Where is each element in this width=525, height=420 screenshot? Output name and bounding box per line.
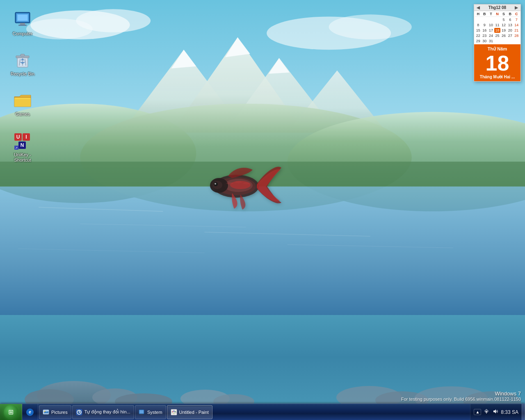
- taskbar-btn-paint[interactable]: Untitled - Paint: [167, 405, 212, 419]
- calendar-header: ◀ Thg12 08 ▶: [474, 5, 520, 11]
- date-display: Thứ Năm 18 Tháng Mười Hai ...: [474, 44, 520, 81]
- quick-launch: e: [22, 404, 38, 420]
- month-name: Tháng Mười Hai ...: [475, 75, 520, 79]
- svg-text:↗: ↗: [15, 146, 18, 149]
- recycle-bin-icon[interactable]: Recycle Bin: [6, 48, 39, 78]
- computer-label: Computer: [13, 31, 32, 37]
- time-value: 8:33: [501, 409, 510, 415]
- calendar-widget: ◀ Thg12 08 ▶ H B T N S B C 567 891011121…: [474, 4, 521, 82]
- cal-month-year: Thg12 08: [488, 5, 506, 10]
- taskbar-buttons: Pictures Tự động thay đổi hìn...: [38, 404, 470, 420]
- day-b2: B: [507, 12, 514, 16]
- tray-time: 8:33 SA: [501, 409, 518, 415]
- day-c: C: [513, 12, 520, 16]
- unikey-label: UniKey - Shortcut: [8, 152, 37, 163]
- system-tray: ▲: [470, 404, 522, 420]
- svg-rect-46: [18, 25, 27, 26]
- svg-text:I: I: [25, 134, 27, 140]
- cal-prev-btn[interactable]: ◀: [476, 5, 481, 10]
- network-tray-icon[interactable]: [483, 408, 490, 416]
- pictures-btn-label: Pictures: [51, 410, 68, 415]
- ie-icon: e: [26, 409, 34, 416]
- computer-icon-img: [13, 10, 32, 30]
- day-t: T: [488, 12, 494, 16]
- svg-rect-68: [139, 410, 144, 413]
- desktop: Computer: [0, 0, 525, 420]
- windows-version: Windows 7: [401, 390, 521, 397]
- games-icon[interactable]: Games: [6, 89, 39, 119]
- cal-dates: 567 891011121314 15161718192021 22232425…: [475, 17, 520, 43]
- computer-icon[interactable]: Computer: [6, 8, 39, 38]
- tray-clock[interactable]: 8:33 SA: [501, 409, 518, 415]
- unikey-icon-img: U I N ↗: [13, 131, 32, 151]
- cal-next-btn[interactable]: ▶: [514, 5, 519, 10]
- auto-taskbar-icon: [76, 409, 82, 415]
- start-button[interactable]: [0, 404, 22, 420]
- tray-icons: [483, 408, 499, 416]
- paint-btn-label: Untitled - Paint: [179, 410, 209, 415]
- games-icon-img: [13, 90, 32, 110]
- desktop-icons: Computer: [6, 8, 39, 164]
- day-n: N: [494, 12, 501, 16]
- svg-rect-44: [18, 15, 27, 21]
- system-btn-label: System: [147, 410, 162, 415]
- svg-point-75: [174, 411, 175, 412]
- day-number: 18: [475, 52, 520, 74]
- recycle-bin-label: Recycle Bin: [11, 71, 34, 77]
- games-label: Games: [15, 112, 30, 117]
- svg-point-74: [173, 411, 174, 411]
- taskbar-btn-auto[interactable]: Tự động thay đổi hìn...: [72, 405, 134, 419]
- svg-rect-70: [140, 415, 143, 415]
- svg-point-77: [173, 412, 174, 413]
- svg-point-40: [215, 183, 216, 185]
- tray-expand-btn[interactable]: ▲: [474, 409, 481, 415]
- svg-text:U: U: [16, 134, 20, 140]
- windows-build: For testing purposes only. Build 6956.wi…: [401, 397, 521, 402]
- system-taskbar-icon: [139, 409, 145, 415]
- volume-tray-icon[interactable]: [492, 408, 499, 416]
- betta-fish: [199, 160, 281, 213]
- taskbar-btn-pictures[interactable]: Pictures: [39, 405, 71, 419]
- start-orb: [4, 405, 18, 420]
- day-h: H: [475, 12, 482, 16]
- svg-point-5: [329, 14, 412, 39]
- svg-rect-53: [21, 54, 25, 56]
- svg-point-73: [172, 411, 173, 412]
- ie-quick-btn[interactable]: e: [24, 406, 36, 418]
- paint-taskbar-icon: [171, 409, 177, 415]
- unikey-icon[interactable]: U I N ↗ UniKey - Shortcut: [6, 129, 39, 164]
- taskbar-btn-system[interactable]: System: [135, 405, 166, 419]
- svg-text:N: N: [21, 142, 24, 148]
- svg-rect-45: [20, 23, 25, 25]
- ampm-value: SA: [512, 409, 518, 415]
- today-date[interactable]: 18: [494, 28, 501, 33]
- auto-btn-label: Tự động thay đổi hìn...: [84, 409, 130, 415]
- day-b: B: [482, 12, 488, 16]
- calendar-grid: H B T N S B C 567 891011121314 151617181…: [474, 11, 520, 44]
- day-s1: S: [500, 12, 507, 16]
- windows-watermark: Windows 7 For testing purposes only. Bui…: [401, 390, 521, 402]
- taskbar: e Pictures: [0, 404, 525, 420]
- svg-rect-69: [140, 414, 143, 415]
- show-desktop-button[interactable]: [522, 404, 525, 420]
- pictures-taskbar-icon: [43, 409, 49, 415]
- recycle-bin-icon-img: [13, 50, 32, 70]
- cal-days-header: H B T N S B C: [475, 12, 520, 17]
